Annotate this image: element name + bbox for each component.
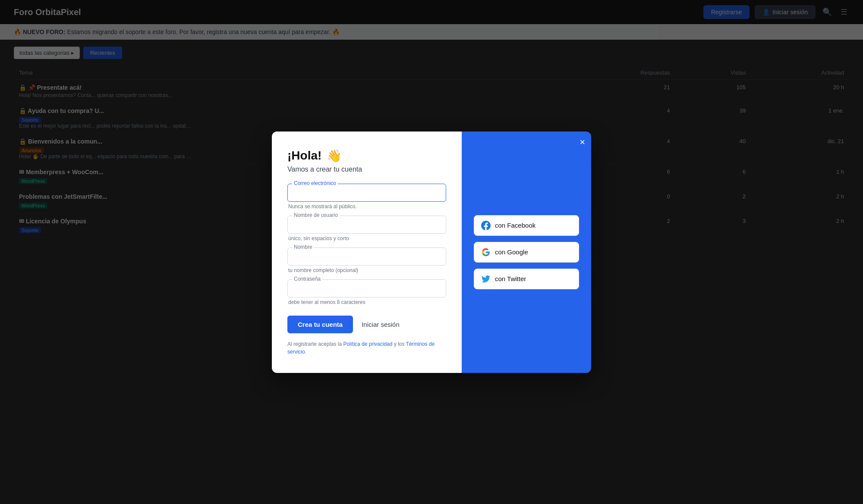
google-login-button[interactable]: con Google [474,242,579,263]
modal-overlay[interactable]: ¡Hola! 👋 Vamos a crear tu cuenta Correo … [0,0,863,504]
username-hint: único, sin espacios y corto [287,235,446,241]
username-input[interactable] [288,216,446,233]
modal-title: ¡Hola! [287,149,321,163]
facebook-button-label: con Facebook [495,222,535,229]
registration-modal: ¡Hola! 👋 Vamos a crear tu cuenta Correo … [272,131,591,373]
username-label: Nombre de usuario [292,212,340,218]
facebook-icon [481,221,491,230]
password-input[interactable] [288,280,446,297]
google-icon [481,247,491,257]
twitter-icon [481,274,491,284]
twitter-login-button[interactable]: con Twitter [474,269,579,289]
google-button-label: con Google [495,248,528,256]
close-button[interactable]: × [580,138,585,147]
password-label: Contraseña [292,276,322,282]
privacy-policy-link[interactable]: Política de privacidad [343,341,392,347]
password-hint: debe tener al menos 8 caracteres [287,299,446,305]
twitter-button-label: con Twitter [495,275,526,282]
facebook-login-button[interactable]: con Facebook [474,215,579,236]
terms-text: Al registrarte aceptas la Política de pr… [287,340,446,356]
create-account-button[interactable]: Crea tu cuenta [287,316,353,333]
modal-subtitle: Vamos a crear tu cuenta [287,166,446,173]
email-input[interactable] [288,184,446,201]
wave-icon: 👋 [327,149,342,163]
signin-link[interactable]: Iniciar sesión [362,321,400,328]
name-input[interactable] [288,248,446,265]
name-input-wrapper: Nombre [287,247,446,266]
email-hint: Nunca se mostrará al público. [287,203,446,210]
modal-left-panel: ¡Hola! 👋 Vamos a crear tu cuenta Correo … [272,131,462,373]
username-field-group: Nombre de usuario único, sin espacios y … [287,216,446,241]
email-label: Correo electrónico [292,180,338,186]
name-hint: tu nombre completo (opcional) [287,267,446,273]
email-field-group: Correo electrónico Nunca se mostrará al … [287,184,446,210]
form-actions: Crea tu cuenta Iniciar sesión [287,316,446,333]
modal-right-panel: × con Facebook con Google con [462,131,591,373]
password-field-group: Contraseña debe tener al menos 8 caracte… [287,279,446,305]
email-input-wrapper: Correo electrónico [287,184,446,202]
password-input-wrapper: Contraseña [287,279,446,297]
username-input-wrapper: Nombre de usuario [287,216,446,234]
name-label: Nombre [292,244,314,250]
name-field-group: Nombre tu nombre completo (opcional) [287,247,446,273]
modal-title-row: ¡Hola! 👋 [287,149,446,163]
